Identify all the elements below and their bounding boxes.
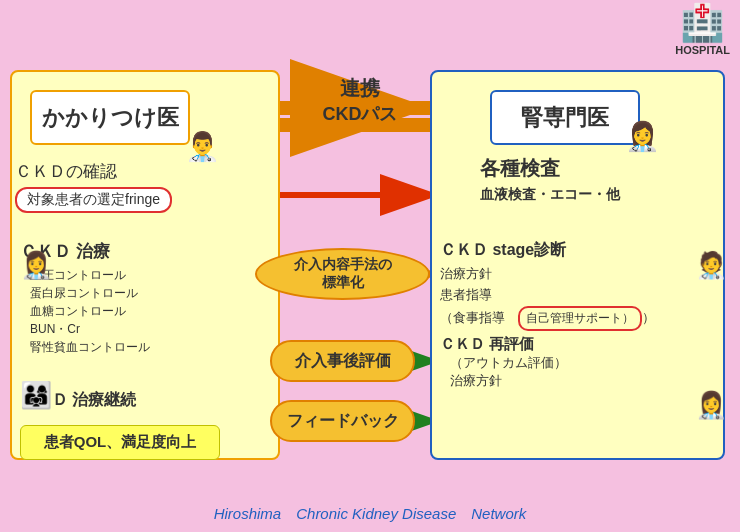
treat-item-1: 血圧コントロール [30,266,240,284]
ckd-re-eval-title: ＣＫＤ 再評価 [440,335,700,354]
footer-text: Hiroshima Chronic Kidney Disease Network [214,505,527,522]
ckd-stage-title: ＣＫＤ stage診断 [440,240,710,261]
stage-item-1: 治療方針 [440,264,710,285]
stage-item-2: 患者指導 [440,285,710,306]
hospital-label: HOSPITAL [675,44,730,56]
main-container: 🏥 HOSPITAL かかりつけ医 腎専門医 連携 CKDパス ＣＫＤの確認 対… [0,0,740,532]
figure-right-tech: 🧑‍⚕️ [695,250,727,281]
stage-item-3: （食事指導 自己管理サポート）） [440,306,710,331]
top-right-box: 腎専門医 [490,90,640,145]
blood-exam-label: 血液検査・エコー・他 [480,186,680,204]
figure-right-specialist: 👩‍⚕️ [625,120,660,153]
ckd-diag-title: ＣＫＤの確認 [15,160,215,183]
mid-line1: 介入内容手法の [294,256,392,272]
ckd-treatment: ＣＫＤ 治療 血圧コントロール 蛋白尿コントロール 血糖コントロール BUN・C… [20,240,240,356]
various-exam: 各種検査 血液検査・エコー・他 [480,155,680,204]
ckd-stage-box: ＣＫＤ stage診断 治療方針 患者指導 （食事指導 自己管理サポート）） [440,240,710,331]
ckd-stage-items: 治療方針 患者指導 （食事指導 自己管理サポート）） [440,264,710,331]
various-exam-title: 各種検査 [480,155,680,182]
figure-left-doctor: 👨‍⚕️ [185,130,220,163]
lower-arrow-box2: フィードバック [270,400,415,442]
lower-arrow-box1: 介入事後評価 [270,340,415,382]
figure-left-bottom: 👨‍👩‍👧 [20,380,52,411]
ckdpass-label: CKDパス [260,102,460,126]
renken-label: 連携 [260,75,460,102]
self-manage-box: 自己管理サポート） [518,306,642,331]
lower2-label: フィードバック [287,411,399,432]
ckd-patient-box: 対象患者の選定fringe [15,187,172,213]
treat-item-4: BUN・Cr [30,320,240,338]
ckd-treat-title: ＣＫＤ 治療 [20,240,240,263]
ckd-diag-box: ＣＫＤの確認 対象患者の選定fringe [15,160,215,213]
mid-line2: 標準化 [322,274,364,290]
ckd-treat-items: 血圧コントロール 蛋白尿コントロール 血糖コントロール BUN・Cr 腎性貧血コ… [30,266,240,356]
top-left-box: かかりつけ医 [30,90,190,145]
treat-item-2: 蛋白尿コントロール [30,284,240,302]
top-left-label: かかりつけ医 [42,103,179,133]
treat-item-3: 血糖コントロール [30,302,240,320]
hospital-icon: 🏥 HOSPITAL [675,2,730,56]
mid-arrow-box: 介入内容手法の 標準化 [255,248,430,300]
figure-right-bottom: 👩‍⚕️ [695,390,727,421]
lower1-label: 介入事後評価 [295,351,391,372]
top-right-label: 腎専門医 [521,103,609,133]
figure-left-nurse: 👩‍⚕️ [20,250,52,281]
ckd-re-eval-sub: （アウトカム評価） [450,354,700,372]
footer: Hiroshima Chronic Kidney Disease Network [0,505,740,524]
treat-item-5: 腎性貧血コントロール [30,338,240,356]
ckd-re-eval-item: 治療方針 [450,372,700,390]
qol-label: 患者QOL、満足度向上 [44,433,197,452]
qol-box: 患者QOL、満足度向上 [20,425,220,460]
ckd-re-eval: ＣＫＤ 再評価 （アウトカム評価） 治療方針 [440,335,700,390]
center-top-label: 連携 CKDパス [260,75,460,126]
